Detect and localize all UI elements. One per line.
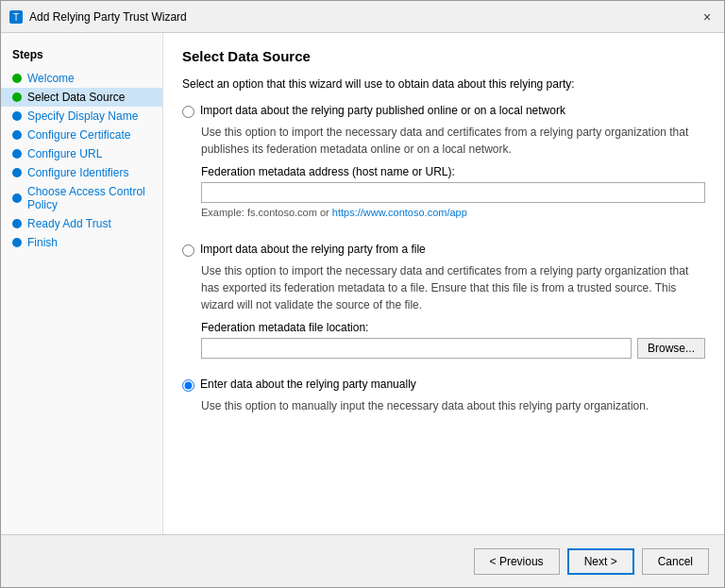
sidebar-label-specify-name: Specify Display Name xyxy=(27,109,138,123)
step-dot-ready xyxy=(12,219,22,228)
sidebar: Steps Welcome Select Data Source Specify… xyxy=(1,33,163,534)
option1-row: Import data about the relying party publ… xyxy=(182,104,705,118)
option1-field-label: Federation metadata address (host name o… xyxy=(201,165,705,178)
instruction-text: Select an option that this wizard will u… xyxy=(182,77,705,91)
sidebar-item-specify-display-name[interactable]: Specify Display Name xyxy=(1,107,162,126)
option1-field-section: Federation metadata address (host name o… xyxy=(201,165,705,203)
example-prefix: Example: fs.contoso.com or xyxy=(201,207,332,218)
content-area: Steps Welcome Select Data Source Specify… xyxy=(1,33,724,534)
sidebar-item-configure-certificate[interactable]: Configure Certificate xyxy=(1,126,162,144)
option3-description: Use this option to manually input the ne… xyxy=(201,397,705,414)
sidebar-item-access-control[interactable]: Choose Access Control Policy xyxy=(1,182,162,214)
app-icon: T xyxy=(8,9,24,25)
option1-section: Import data about the relying party publ… xyxy=(182,104,705,227)
title-bar-left: T Add Relying Party Trust Wizard xyxy=(8,9,187,25)
sidebar-item-finish[interactable]: Finish xyxy=(1,233,162,252)
option2-radio[interactable] xyxy=(182,244,194,257)
sidebar-item-ready-add-trust[interactable]: Ready Add Trust xyxy=(1,214,162,233)
step-dot-cert xyxy=(12,130,22,140)
sidebar-item-select-data-source[interactable]: Select Data Source xyxy=(1,88,162,107)
sidebar-item-configure-identifiers[interactable]: Configure Identifiers xyxy=(1,163,162,182)
step-dot-access xyxy=(12,193,22,203)
option2-label[interactable]: Import data about the relying party from… xyxy=(200,243,426,256)
footer: < Previous Next > Cancel xyxy=(1,534,724,587)
option2-browse-row: Browse... xyxy=(201,338,705,359)
previous-button[interactable]: < Previous xyxy=(474,548,560,575)
sidebar-item-configure-url[interactable]: Configure URL xyxy=(1,144,162,163)
svg-text:T: T xyxy=(13,12,19,23)
sidebar-label-identifiers: Configure Identifiers xyxy=(27,166,128,179)
step-dot-finish xyxy=(12,238,22,247)
close-button[interactable]: × xyxy=(698,8,717,26)
sidebar-label-access: Choose Access Control Policy xyxy=(27,185,151,211)
option2-field-label: Federation metadata file location: xyxy=(201,321,705,334)
option1-example: Example: fs.contoso.com or https://www.c… xyxy=(201,207,705,218)
federation-metadata-file-input[interactable] xyxy=(201,338,632,359)
title-bar: T Add Relying Party Trust Wizard × xyxy=(1,1,724,33)
option2-description: Use this option to import the necessary … xyxy=(201,262,705,313)
steps-label: Steps xyxy=(1,44,162,69)
sidebar-label-finish: Finish xyxy=(27,236,58,249)
step-dot-select-data xyxy=(12,92,22,102)
main-panel: Select Data Source Select an option that… xyxy=(163,33,724,534)
option2-row: Import data about the relying party from… xyxy=(182,243,705,257)
browse-button[interactable]: Browse... xyxy=(637,338,705,359)
option1-radio[interactable] xyxy=(182,106,194,118)
step-dot-url xyxy=(12,149,22,159)
step-dot-specify-name xyxy=(12,111,22,121)
option1-description: Use this option to import the necessary … xyxy=(201,124,705,158)
sidebar-item-welcome[interactable]: Welcome xyxy=(1,69,162,88)
next-button[interactable]: Next > xyxy=(567,548,634,575)
page-title: Select Data Source xyxy=(182,48,705,64)
sidebar-label-select-data: Select Data Source xyxy=(27,91,125,104)
option3-row: Enter data about the relying party manua… xyxy=(182,378,705,392)
example-link[interactable]: https://www.contoso.com/app xyxy=(332,207,467,218)
step-dot-welcome xyxy=(12,74,22,83)
option3-section: Enter data about the relying party manua… xyxy=(182,378,705,422)
sidebar-label-cert: Configure Certificate xyxy=(27,128,130,142)
sidebar-label-url: Configure URL xyxy=(27,147,102,160)
federation-metadata-url-input[interactable] xyxy=(201,182,705,203)
option3-radio[interactable] xyxy=(182,379,194,392)
wizard-window: T Add Relying Party Trust Wizard × Steps… xyxy=(0,0,725,588)
sidebar-label-welcome: Welcome xyxy=(27,72,75,85)
cancel-button[interactable]: Cancel xyxy=(642,548,709,575)
option1-label[interactable]: Import data about the relying party publ… xyxy=(200,104,565,117)
option2-section: Import data about the relying party from… xyxy=(182,243,705,362)
window-title: Add Relying Party Trust Wizard xyxy=(29,10,187,24)
option3-label[interactable]: Enter data about the relying party manua… xyxy=(200,378,416,391)
sidebar-label-ready: Ready Add Trust xyxy=(27,217,111,230)
step-dot-identifiers xyxy=(12,168,22,177)
